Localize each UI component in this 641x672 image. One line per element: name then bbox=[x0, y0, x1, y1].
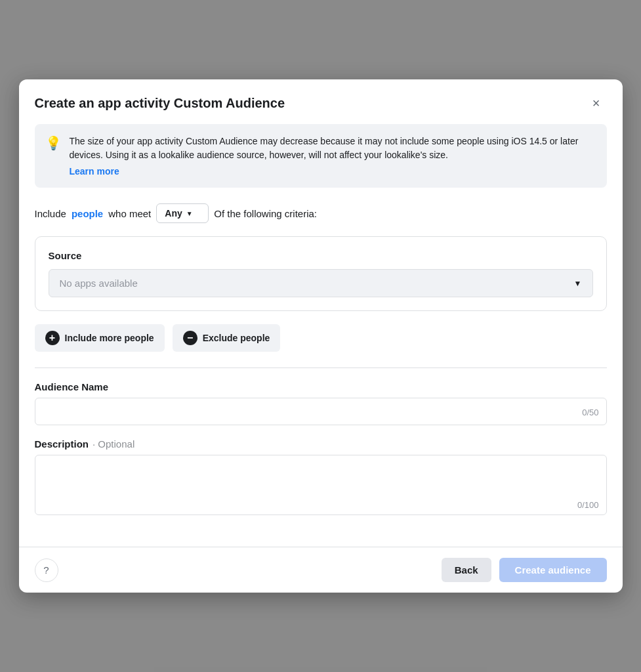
criteria-row: Include people who meet Any ▼ Of the fol… bbox=[35, 203, 607, 223]
description-group: Description · Optional 0/100 bbox=[35, 438, 607, 518]
include-plus-icon: + bbox=[45, 331, 60, 345]
include-button-label: Include more people bbox=[65, 333, 154, 343]
description-char-count: 0/100 bbox=[577, 500, 599, 510]
source-placeholder: No apps available bbox=[60, 278, 138, 289]
audience-name-input-wrapper: 0/50 bbox=[35, 398, 607, 425]
info-banner: 💡 The size of your app activity Custom A… bbox=[35, 124, 607, 188]
people-label: people bbox=[72, 208, 103, 219]
info-content: The size of your app activity Custom Aud… bbox=[70, 135, 596, 177]
divider bbox=[35, 368, 607, 368]
include-label: Include bbox=[35, 208, 66, 219]
audience-name-label: Audience Name bbox=[35, 381, 607, 392]
modal-overlay: Create an app activity Custom Audience ×… bbox=[0, 0, 641, 672]
source-dropdown[interactable]: No apps available ▼ bbox=[49, 269, 593, 297]
audience-name-group: Audience Name 0/50 bbox=[35, 381, 607, 425]
source-section: Source No apps available ▼ bbox=[35, 236, 607, 311]
chevron-down-icon: ▼ bbox=[186, 210, 193, 217]
modal-body: 💡 The size of your app activity Custom A… bbox=[19, 124, 623, 547]
footer-actions: Back Create audience bbox=[442, 558, 607, 582]
description-input[interactable] bbox=[35, 455, 607, 515]
source-chevron-icon: ▼ bbox=[574, 279, 582, 288]
modal-title: Create an app activity Custom Audience bbox=[35, 96, 285, 111]
audience-name-char-count: 0/50 bbox=[582, 408, 598, 417]
help-icon: ? bbox=[43, 564, 49, 576]
create-audience-button[interactable]: Create audience bbox=[499, 558, 607, 582]
help-button[interactable]: ? bbox=[35, 558, 58, 582]
action-buttons: + Include more people − Exclude people bbox=[35, 324, 607, 352]
audience-name-input[interactable] bbox=[35, 398, 607, 425]
modal-footer: ? Back Create audience bbox=[19, 547, 623, 593]
description-input-wrapper: 0/100 bbox=[35, 455, 607, 518]
description-optional-label: · Optional bbox=[93, 438, 134, 450]
close-button[interactable]: × bbox=[586, 93, 607, 114]
learn-more-link[interactable]: Learn more bbox=[70, 166, 119, 177]
back-button[interactable]: Back bbox=[442, 558, 491, 582]
modal-container: Create an app activity Custom Audience ×… bbox=[19, 79, 623, 593]
of-following-label: Of the following criteria: bbox=[214, 208, 317, 219]
who-meet-label: who meet bbox=[108, 208, 151, 219]
source-label: Source bbox=[49, 250, 593, 261]
any-dropdown[interactable]: Any ▼ bbox=[156, 203, 209, 223]
description-label: Description · Optional bbox=[35, 438, 607, 450]
include-more-people-button[interactable]: + Include more people bbox=[35, 324, 165, 352]
exclude-people-button[interactable]: − Exclude people bbox=[173, 324, 281, 352]
lightbulb-icon: 💡 bbox=[45, 135, 62, 151]
exclude-minus-icon: − bbox=[183, 331, 197, 345]
modal-header: Create an app activity Custom Audience × bbox=[19, 79, 623, 124]
info-text: The size of your app activity Custom Aud… bbox=[70, 136, 579, 160]
any-label: Any bbox=[165, 208, 182, 219]
exclude-button-label: Exclude people bbox=[203, 333, 270, 343]
